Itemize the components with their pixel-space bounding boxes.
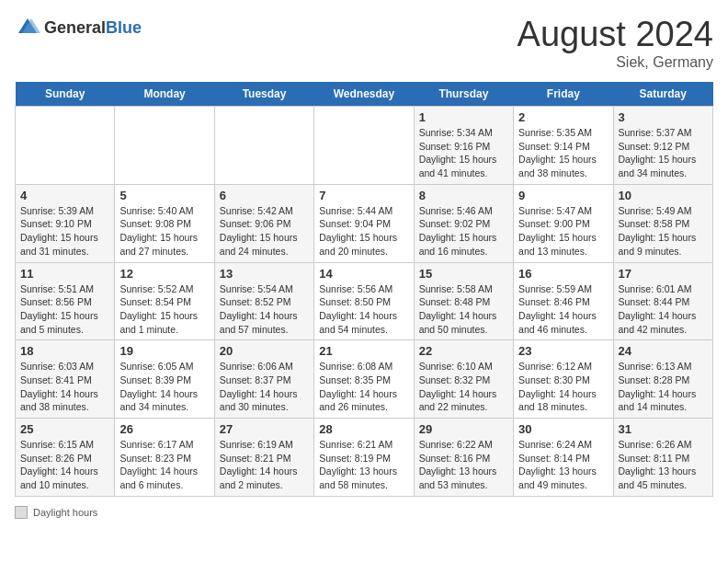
cell-date-number: 23 bbox=[518, 344, 608, 358]
cell-daylight-info: Sunrise: 5:37 AMSunset: 9:12 PMDaylight:… bbox=[619, 126, 708, 180]
calendar-cell: 18Sunrise: 6:03 AMSunset: 8:41 PMDayligh… bbox=[16, 340, 115, 419]
calendar-cell: 19Sunrise: 6:05 AMSunset: 8:39 PMDayligh… bbox=[115, 340, 214, 419]
cell-daylight-info: Sunrise: 6:21 AMSunset: 8:19 PMDaylight:… bbox=[319, 438, 408, 492]
calendar-cell bbox=[115, 107, 214, 185]
cell-daylight-info: Sunrise: 5:49 AMSunset: 8:58 PMDaylight:… bbox=[619, 204, 708, 259]
cell-daylight-info: Sunrise: 5:40 AMSunset: 9:08 PMDaylight:… bbox=[119, 204, 209, 259]
calendar-cell: 20Sunrise: 6:06 AMSunset: 8:37 PMDayligh… bbox=[214, 340, 313, 419]
logo-text-general: General bbox=[44, 18, 106, 37]
cell-date-number: 19 bbox=[119, 344, 209, 358]
day-header-wednesday: Wednesday bbox=[314, 82, 414, 107]
cell-date-number: 26 bbox=[119, 422, 209, 436]
logo-icon bbox=[15, 15, 40, 40]
cell-date-number: 1 bbox=[419, 110, 508, 124]
cell-daylight-info: Sunrise: 6:17 AMSunset: 8:23 PMDaylight:… bbox=[119, 438, 209, 492]
calendar-cell: 1Sunrise: 5:34 AMSunset: 9:16 PMDaylight… bbox=[414, 107, 513, 185]
cell-daylight-info: Sunrise: 5:47 AMSunset: 9:00 PMDaylight:… bbox=[518, 204, 608, 259]
cell-date-number: 25 bbox=[20, 422, 109, 436]
calendar-cell: 17Sunrise: 6:01 AMSunset: 8:44 PMDayligh… bbox=[613, 262, 712, 340]
cell-daylight-info: Sunrise: 5:34 AMSunset: 9:16 PMDaylight:… bbox=[419, 126, 508, 180]
calendar-cell: 26Sunrise: 6:17 AMSunset: 8:23 PMDayligh… bbox=[115, 419, 214, 497]
cell-date-number: 6 bbox=[220, 189, 309, 202]
cell-daylight-info: Sunrise: 6:24 AMSunset: 8:14 PMDaylight:… bbox=[518, 438, 608, 492]
day-header-sunday: Sunday bbox=[16, 82, 115, 107]
daylight-legend-box bbox=[15, 506, 28, 519]
day-header-friday: Friday bbox=[514, 82, 613, 107]
cell-daylight-info: Sunrise: 6:12 AMSunset: 8:30 PMDaylight:… bbox=[518, 360, 608, 414]
cell-daylight-info: Sunrise: 5:59 AMSunset: 8:46 PMDaylight:… bbox=[518, 282, 608, 337]
calendar-cell: 24Sunrise: 6:13 AMSunset: 8:28 PMDayligh… bbox=[613, 340, 712, 419]
calendar-cell: 11Sunrise: 5:51 AMSunset: 8:56 PMDayligh… bbox=[16, 262, 115, 340]
title-block: August 2024 Siek, Germany bbox=[518, 15, 713, 71]
cell-daylight-info: Sunrise: 5:56 AMSunset: 8:50 PMDaylight:… bbox=[319, 282, 408, 337]
cell-date-number: 15 bbox=[419, 267, 508, 281]
cell-date-number: 22 bbox=[419, 344, 508, 358]
calendar-cell: 10Sunrise: 5:49 AMSunset: 8:58 PMDayligh… bbox=[613, 184, 712, 262]
calendar-cell: 13Sunrise: 5:54 AMSunset: 8:52 PMDayligh… bbox=[214, 262, 313, 340]
calendar-cell: 8Sunrise: 5:46 AMSunset: 9:02 PMDaylight… bbox=[414, 184, 513, 262]
cell-date-number: 30 bbox=[518, 422, 608, 436]
calendar-cell: 31Sunrise: 6:26 AMSunset: 8:11 PMDayligh… bbox=[613, 419, 712, 497]
calendar-cell: 30Sunrise: 6:24 AMSunset: 8:14 PMDayligh… bbox=[514, 419, 613, 497]
daylight-label: Daylight hours bbox=[33, 507, 97, 518]
cell-daylight-info: Sunrise: 5:44 AMSunset: 9:04 PMDaylight:… bbox=[319, 204, 408, 259]
page-header: GeneralBlue August 2024 Siek, Germany bbox=[15, 15, 713, 71]
cell-date-number: 31 bbox=[619, 422, 708, 436]
cell-date-number: 27 bbox=[220, 422, 309, 436]
calendar-cell: 7Sunrise: 5:44 AMSunset: 9:04 PMDaylight… bbox=[314, 184, 414, 262]
location-subtitle: Siek, Germany bbox=[518, 54, 713, 71]
cell-date-number: 21 bbox=[319, 344, 408, 358]
cell-date-number: 24 bbox=[619, 344, 708, 358]
cell-date-number: 10 bbox=[619, 189, 708, 202]
calendar-cell: 14Sunrise: 5:56 AMSunset: 8:50 PMDayligh… bbox=[314, 262, 414, 340]
calendar-week-row: 1Sunrise: 5:34 AMSunset: 9:16 PMDaylight… bbox=[16, 107, 713, 185]
cell-date-number: 16 bbox=[518, 267, 608, 281]
cell-daylight-info: Sunrise: 6:15 AMSunset: 8:26 PMDaylight:… bbox=[20, 438, 109, 492]
calendar-cell: 27Sunrise: 6:19 AMSunset: 8:21 PMDayligh… bbox=[214, 419, 313, 497]
calendar-table: SundayMondayTuesdayWednesdayThursdayFrid… bbox=[15, 82, 713, 497]
day-header-tuesday: Tuesday bbox=[214, 82, 313, 107]
cell-date-number: 9 bbox=[518, 189, 608, 202]
cell-date-number: 7 bbox=[319, 189, 408, 202]
cell-date-number: 29 bbox=[419, 422, 508, 436]
cell-date-number: 4 bbox=[20, 189, 109, 202]
day-header-monday: Monday bbox=[115, 82, 214, 107]
cell-date-number: 3 bbox=[619, 110, 708, 124]
cell-date-number: 17 bbox=[619, 267, 708, 281]
cell-daylight-info: Sunrise: 6:03 AMSunset: 8:41 PMDaylight:… bbox=[20, 360, 109, 414]
cell-date-number: 2 bbox=[518, 110, 608, 124]
cell-daylight-info: Sunrise: 6:26 AMSunset: 8:11 PMDaylight:… bbox=[619, 438, 708, 492]
calendar-cell: 3Sunrise: 5:37 AMSunset: 9:12 PMDaylight… bbox=[613, 107, 712, 185]
cell-date-number: 14 bbox=[319, 267, 408, 281]
calendar-header-row: SundayMondayTuesdayWednesdayThursdayFrid… bbox=[16, 82, 713, 107]
cell-daylight-info: Sunrise: 6:08 AMSunset: 8:35 PMDaylight:… bbox=[319, 360, 408, 414]
cell-daylight-info: Sunrise: 5:51 AMSunset: 8:56 PMDaylight:… bbox=[20, 282, 109, 337]
day-header-thursday: Thursday bbox=[414, 82, 513, 107]
calendar-cell: 22Sunrise: 6:10 AMSunset: 8:32 PMDayligh… bbox=[414, 340, 513, 419]
day-header-saturday: Saturday bbox=[613, 82, 712, 107]
cell-daylight-info: Sunrise: 6:13 AMSunset: 8:28 PMDaylight:… bbox=[619, 360, 708, 414]
cell-daylight-info: Sunrise: 5:52 AMSunset: 8:54 PMDaylight:… bbox=[119, 282, 209, 337]
cell-date-number: 12 bbox=[119, 267, 209, 281]
cell-daylight-info: Sunrise: 5:54 AMSunset: 8:52 PMDaylight:… bbox=[220, 282, 309, 337]
calendar-cell bbox=[314, 107, 414, 185]
cell-daylight-info: Sunrise: 6:10 AMSunset: 8:32 PMDaylight:… bbox=[419, 360, 508, 414]
calendar-cell: 25Sunrise: 6:15 AMSunset: 8:26 PMDayligh… bbox=[16, 419, 115, 497]
calendar-week-row: 18Sunrise: 6:03 AMSunset: 8:41 PMDayligh… bbox=[16, 340, 713, 419]
calendar-cell: 5Sunrise: 5:40 AMSunset: 9:08 PMDaylight… bbox=[115, 184, 214, 262]
calendar-cell: 2Sunrise: 5:35 AMSunset: 9:14 PMDaylight… bbox=[514, 107, 613, 185]
calendar-cell: 28Sunrise: 6:21 AMSunset: 8:19 PMDayligh… bbox=[314, 419, 414, 497]
cell-daylight-info: Sunrise: 5:58 AMSunset: 8:48 PMDaylight:… bbox=[419, 282, 508, 337]
logo: GeneralBlue bbox=[15, 15, 142, 40]
month-year-title: August 2024 bbox=[518, 15, 713, 54]
cell-daylight-info: Sunrise: 5:39 AMSunset: 9:10 PMDaylight:… bbox=[20, 204, 109, 259]
calendar-cell: 21Sunrise: 6:08 AMSunset: 8:35 PMDayligh… bbox=[314, 340, 414, 419]
cell-daylight-info: Sunrise: 6:19 AMSunset: 8:21 PMDaylight:… bbox=[220, 438, 309, 492]
cell-date-number: 20 bbox=[220, 344, 309, 358]
cell-date-number: 18 bbox=[20, 344, 109, 358]
cell-date-number: 5 bbox=[119, 189, 209, 202]
calendar-cell: 15Sunrise: 5:58 AMSunset: 8:48 PMDayligh… bbox=[414, 262, 513, 340]
cell-daylight-info: Sunrise: 6:22 AMSunset: 8:16 PMDaylight:… bbox=[419, 438, 508, 492]
cell-date-number: 8 bbox=[419, 189, 508, 202]
calendar-week-row: 25Sunrise: 6:15 AMSunset: 8:26 PMDayligh… bbox=[16, 419, 713, 497]
